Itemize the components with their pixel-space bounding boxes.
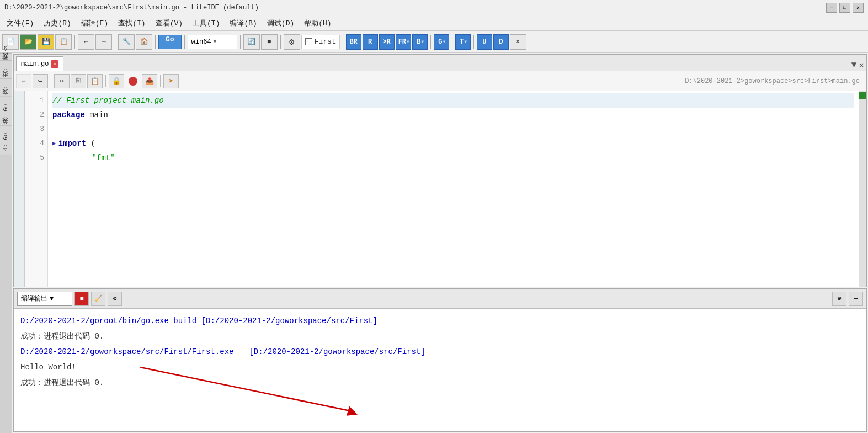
t-button[interactable]: T▼ xyxy=(455,34,471,50)
menu-find[interactable]: 查找(I) xyxy=(114,17,150,29)
toolbar-divider-6 xyxy=(280,35,281,49)
vtab-class[interactable]: 2: 类 xyxy=(0,78,12,97)
cut-button[interactable]: ✂ xyxy=(54,74,70,88)
title-bar-buttons: ─ □ ✕ xyxy=(826,3,864,13)
vtab-go-key[interactable]: 4: Go 关 xyxy=(0,125,12,155)
menu-debug[interactable]: 调试(D) xyxy=(263,17,299,29)
output-line-1: D:/2020-2021-2/goroot/bin/go.exe build [… xyxy=(20,313,860,329)
gear-button[interactable]: ⚙ xyxy=(284,34,300,50)
editor-right-indicator xyxy=(859,91,866,287)
home-button[interactable]: 🏠 xyxy=(136,34,152,50)
toolbar-divider-1 xyxy=(74,35,75,49)
platform-dropdown-arrow: ▼ xyxy=(214,39,216,45)
u-button[interactable]: U xyxy=(477,34,492,50)
more-button[interactable]: » xyxy=(510,34,526,50)
edit-toolbar-divider-1 xyxy=(51,75,51,87)
editor-path: D:\2020-2021-2>goworkspace>src>First>mai… xyxy=(685,77,860,85)
vtab-open-file[interactable]: 1: 打开文 xyxy=(0,60,12,78)
d-button[interactable]: D xyxy=(493,34,509,50)
stop-output-button[interactable]: ■ xyxy=(74,292,89,306)
code-import-paren: ( xyxy=(90,136,95,151)
refresh-button[interactable]: 🔄 xyxy=(243,34,260,50)
editor-tab-main-go[interactable]: main.go ✕ xyxy=(16,56,63,71)
g-arrow-icon: ▼ xyxy=(443,39,446,44)
code-area: 1 2 3 4 5 // First project main.go packa… xyxy=(14,91,866,287)
export-button[interactable]: 📤 xyxy=(142,74,157,88)
vtab-1[interactable]: 文 xyxy=(0,53,12,60)
menu-view[interactable]: 查看(V) xyxy=(151,17,187,29)
code-content[interactable]: // First project main.go package main ▶ … xyxy=(48,91,859,287)
menu-build[interactable]: 编译(B) xyxy=(225,17,261,29)
vtab-go-file[interactable]: 3: Go 文 xyxy=(0,97,12,126)
tab-dropdown-arrow[interactable]: ▼ xyxy=(851,60,857,70)
minimize-panel-button[interactable]: — xyxy=(849,292,863,306)
undo-edit-button[interactable]: ↩ xyxy=(16,74,31,88)
settings-output-button[interactable]: ⚙ xyxy=(108,292,122,306)
broom-icon: 🧹 xyxy=(94,294,103,303)
r-button[interactable]: R xyxy=(363,34,378,50)
undo-button[interactable]: ← xyxy=(78,34,94,50)
title-bar-text: D:\2020-2021-2\goworkspace\src\First\mai… xyxy=(4,4,259,12)
saveas-button[interactable]: 📋 xyxy=(55,34,72,50)
redo-edit-button[interactable]: ↪ xyxy=(33,74,48,88)
code-keyword-import: import xyxy=(58,136,86,151)
line-num-1: 1 xyxy=(25,93,44,108)
move-icon: ⊕ xyxy=(837,294,841,303)
tools-button[interactable]: 🔧 xyxy=(118,34,135,50)
open-file-button[interactable]: 📂 xyxy=(20,34,36,50)
clear-output-button[interactable]: 🧹 xyxy=(91,292,105,306)
platform-label: win64 xyxy=(191,38,211,46)
br-button[interactable]: BR xyxy=(346,34,361,50)
menu-help[interactable]: 帮助(H) xyxy=(300,17,336,29)
code-package-name: main xyxy=(89,108,108,122)
tab-close-button[interactable]: ✕ xyxy=(51,60,58,68)
main-toolbar: 📄 📂 💾 📋 ← → 🔧 🏠 Go win64 ▼ 🔄 ■ ⚙ First B… xyxy=(0,31,868,53)
stop-button[interactable]: ■ xyxy=(261,34,278,50)
copy-button[interactable]: ⎘ xyxy=(71,74,86,88)
editor-toolbar: ↩ ↪ ✂ ⎘ 📋 🔒 📤 ➤ D:\2020-2021-2>goworkspa… xyxy=(14,71,866,91)
first-checkbox[interactable] xyxy=(305,38,312,45)
t-arrow-icon: ▼ xyxy=(465,39,467,44)
bottom-panel: 编译输出 ▼ ■ 🧹 ⚙ ⊕ xyxy=(13,288,867,432)
code-line-1: // First project main.go xyxy=(52,93,854,108)
line-num-3: 3 xyxy=(25,122,44,136)
code-keyword-package: package xyxy=(52,108,85,122)
fr-button[interactable]: FR▼ xyxy=(396,34,411,50)
b-button[interactable]: B▼ xyxy=(412,34,428,50)
first-label-container: First xyxy=(301,35,340,49)
lock-button[interactable]: 🔒 xyxy=(109,74,124,88)
new-file-button[interactable]: 📄 xyxy=(2,34,19,50)
save-file-button[interactable]: 💾 xyxy=(38,34,54,50)
menu-bar: 文件(F) 历史(R) 编辑(E) 查找(I) 查看(V) 工具(T) 编译(B… xyxy=(0,15,868,31)
output-type-dropdown[interactable]: 编译输出 ▼ xyxy=(17,292,72,306)
edit-toolbar-divider-2 xyxy=(105,75,106,87)
maximize-button[interactable]: □ xyxy=(839,3,850,13)
content-area: main.go ✕ ▼ ✕ ↩ ↪ ✂ ⎘ 📋 🔒 xyxy=(12,53,868,433)
fr-arrow-icon: ▼ xyxy=(407,39,409,44)
menu-edit[interactable]: 编辑(E) xyxy=(77,17,113,29)
menu-history[interactable]: 历史(R) xyxy=(39,17,75,29)
tab-filename: main.go xyxy=(21,60,49,68)
bottom-toolbar-right: ⊕ — xyxy=(832,292,863,306)
menu-file[interactable]: 文件(F) xyxy=(2,17,38,29)
close-button[interactable]: ✕ xyxy=(853,3,864,13)
line-numbers: 1 2 3 4 5 xyxy=(25,91,48,287)
g-button[interactable]: G▼ xyxy=(434,34,449,50)
tab-close-all-button[interactable]: ✕ xyxy=(859,60,864,71)
code-line-5: "fmt" xyxy=(52,151,854,165)
menu-tools[interactable]: 工具(T) xyxy=(188,17,224,29)
move-panel-button[interactable]: ⊕ xyxy=(832,292,846,306)
fold-indicator-4[interactable]: ▶ xyxy=(52,136,56,151)
paste-button[interactable]: 📋 xyxy=(87,74,103,88)
platform-dropdown[interactable]: win64 ▼ xyxy=(188,35,237,49)
redo-button[interactable]: → xyxy=(95,34,112,50)
bottom-toolbar: 编译输出 ▼ ■ 🧹 ⚙ ⊕ xyxy=(14,289,866,309)
toolbar-divider-5 xyxy=(240,35,241,49)
gear-output-icon: ⚙ xyxy=(113,294,116,303)
gr-button[interactable]: >R xyxy=(379,34,395,50)
run-arrow-button[interactable]: ➤ xyxy=(163,74,179,88)
line-num-2: 2 xyxy=(25,108,44,122)
toolbar-divider-2 xyxy=(115,35,115,49)
run-button[interactable]: Go xyxy=(158,35,182,49)
minimize-button[interactable]: ─ xyxy=(826,3,837,13)
